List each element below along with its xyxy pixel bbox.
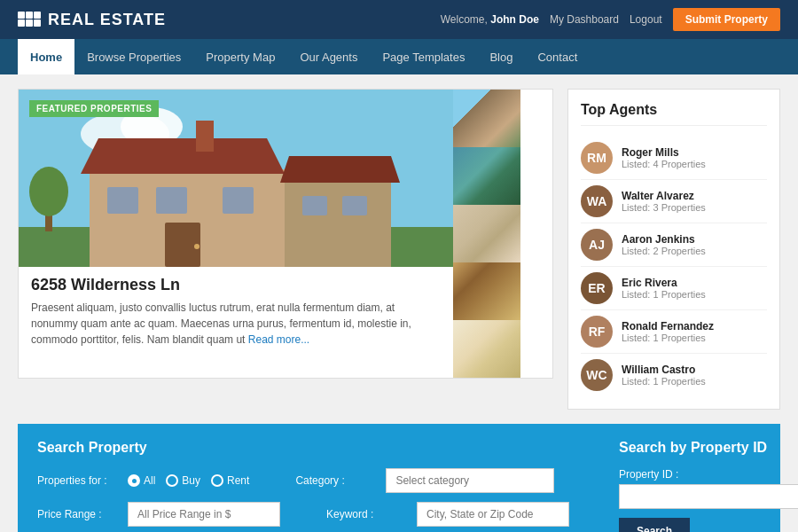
svg-rect-1 — [26, 12, 33, 19]
svg-marker-11 — [81, 138, 285, 174]
agent-avatar-3: ER — [581, 272, 613, 304]
nav-item-templates[interactable]: Page Templates — [370, 39, 477, 74]
svg-rect-2 — [34, 12, 41, 19]
category-label: Category : — [295, 474, 375, 487]
agent-info-0: Roger Mills Listed: 4 Properties — [622, 146, 706, 169]
svg-marker-21 — [280, 156, 400, 183]
svg-rect-14 — [156, 187, 187, 214]
svg-rect-5 — [34, 20, 41, 27]
agents-list: RM Roger Mills Listed: 4 Properties WA W… — [581, 137, 767, 396]
property-id-label: Property ID : — [619, 468, 798, 481]
agent-listed-2: Listed: 2 Properties — [622, 246, 706, 256]
top-right-area: Welcome, John Doe My Dashboard Logout Su… — [441, 8, 780, 31]
agent-item-5[interactable]: WC William Castro Listed: 1 Properties — [581, 354, 767, 396]
keyword-label: Keyword : — [326, 508, 406, 520]
radio-rent[interactable]: Rent — [211, 474, 249, 487]
agent-avatar-5: WC — [581, 359, 613, 391]
properties-for-row: Properties for : All Buy Rent Category : — [37, 468, 569, 493]
nav-item-map[interactable]: Property Map — [193, 39, 287, 74]
thumbnail-2[interactable] — [453, 147, 520, 205]
agent-listed-3: Listed: 1 Properties — [622, 289, 706, 300]
agents-title: Top Agents — [581, 102, 767, 126]
svg-point-19 — [29, 167, 68, 216]
agent-item-2[interactable]: AJ Aaron Jenkins Listed: 2 Properties — [581, 223, 767, 267]
search-by-id-title: Search by Property ID — [619, 440, 798, 456]
thumbnail-3[interactable] — [453, 205, 520, 262]
svg-rect-4 — [26, 20, 33, 27]
read-more-link[interactable]: Read more... — [248, 333, 309, 346]
property-title: 6258 Wilderness Ln — [31, 276, 441, 294]
agent-listed-0: Listed: 4 Properties — [622, 159, 706, 169]
agent-info-4: Ronald Fernandez Listed: 1 Properties — [622, 320, 714, 343]
radio-all-dot — [128, 474, 140, 487]
thumbnail-1[interactable] — [453, 90, 520, 147]
id-search-button[interactable]: Search — [619, 518, 690, 532]
svg-rect-20 — [285, 178, 391, 267]
radio-buy-dot — [166, 474, 178, 487]
agent-avatar-1: WA — [581, 185, 613, 217]
thumbnail-5[interactable] — [453, 320, 520, 378]
svg-rect-15 — [223, 187, 254, 214]
agent-name-5: William Castro — [622, 364, 706, 376]
property-description: Praesent aliquam, justo convallis luctus… — [31, 300, 441, 348]
agent-item-3[interactable]: ER Eric Rivera Listed: 1 Properties — [581, 267, 767, 310]
agent-listed-5: Listed: 1 Properties — [622, 376, 706, 387]
search-title: Search Property — [37, 440, 569, 456]
agent-avatar-4: RF — [581, 316, 613, 348]
properties-for-label: Properties for : — [37, 474, 117, 487]
featured-badge: Featured Properties — [29, 100, 159, 117]
search-section: Search Property Properties for : All Buy… — [18, 424, 780, 532]
agent-info-1: Walter Alvarez Listed: 3 Properties — [622, 190, 706, 213]
agent-name-2: Aaron Jenkins — [622, 233, 706, 246]
nav-item-home[interactable]: Home — [18, 39, 74, 74]
nav-item-blog[interactable]: Blog — [477, 39, 525, 74]
agent-item-1[interactable]: WA Walter Alvarez Listed: 3 Properties — [581, 180, 767, 223]
search-left: Search Property Properties for : All Buy… — [37, 440, 569, 532]
radio-buy[interactable]: Buy — [166, 474, 200, 487]
main-image-area: Featured Properties — [19, 90, 453, 378]
agent-avatar-2: AJ — [581, 229, 613, 261]
agent-avatar-0: RM — [581, 142, 613, 174]
keyword-input[interactable] — [417, 502, 569, 527]
property-info: 6258 Wilderness Ln Praesent aliquam, jus… — [19, 267, 453, 358]
logout-link[interactable]: Logout — [630, 13, 662, 26]
dashboard-link[interactable]: My Dashboard — [550, 13, 619, 26]
property-id-input[interactable] — [619, 484, 798, 509]
agent-info-2: Aaron Jenkins Listed: 2 Properties — [622, 233, 706, 256]
logo-icon — [18, 8, 41, 32]
agents-panel: Top Agents RM Roger Mills Listed: 4 Prop… — [567, 89, 780, 410]
agent-info-3: Eric Rivera Listed: 1 Properties — [622, 277, 706, 300]
agent-item-0[interactable]: RM Roger Mills Listed: 4 Properties — [581, 137, 767, 180]
svg-rect-0 — [18, 12, 25, 19]
logo: REAL ESTATE — [18, 8, 166, 32]
agent-info-5: William Castro Listed: 1 Properties — [622, 364, 706, 387]
radio-group-for: All Buy Rent — [128, 474, 249, 487]
main-content: Featured Properties — [0, 74, 798, 424]
welcome-text: Welcome, John Doe — [441, 13, 539, 26]
agent-listed-1: Listed: 3 Properties — [622, 202, 706, 213]
search-right: Search by Property ID Property ID : Sear… — [619, 440, 798, 532]
price-row: Price Range : Keyword : — [37, 502, 569, 527]
svg-rect-3 — [18, 20, 25, 27]
main-nav: Home Browse Properties Property Map Our … — [0, 39, 798, 74]
agent-name-3: Eric Rivera — [622, 277, 706, 289]
radio-rent-dot — [211, 474, 223, 487]
radio-all[interactable]: All — [128, 474, 155, 487]
nav-item-agents[interactable]: Our Agents — [287, 39, 370, 74]
agent-item-4[interactable]: RF Ronald Fernandez Listed: 1 Properties — [581, 310, 767, 354]
price-label: Price Range : — [37, 508, 117, 520]
logo-text: REAL ESTATE — [48, 11, 166, 29]
nav-item-browse[interactable]: Browse Properties — [74, 39, 193, 74]
top-bar: REAL ESTATE Welcome, John Doe My Dashboa… — [0, 0, 798, 39]
nav-item-contact[interactable]: Contact — [525, 39, 590, 74]
agent-name-4: Ronald Fernandez — [622, 320, 714, 332]
thumbnail-list — [453, 90, 520, 378]
featured-wrapper: Featured Properties — [18, 89, 553, 379]
category-input[interactable] — [386, 468, 554, 493]
thumbnail-4[interactable] — [453, 262, 520, 320]
svg-rect-12 — [196, 121, 214, 152]
submit-property-button[interactable]: Submit Property — [673, 8, 780, 31]
svg-rect-22 — [302, 196, 327, 215]
agent-name-1: Walter Alvarez — [622, 190, 706, 202]
price-input[interactable] — [128, 502, 280, 527]
